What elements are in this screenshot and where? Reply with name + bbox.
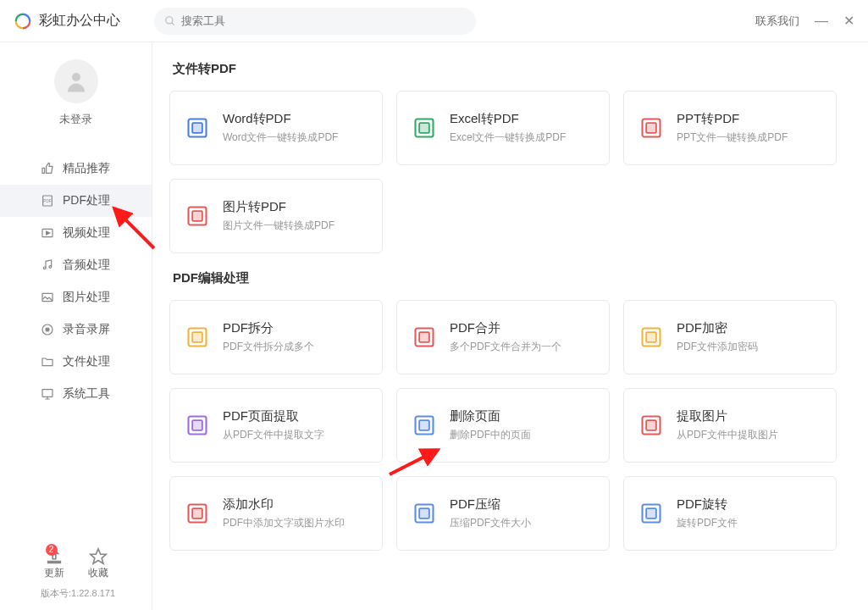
tool-desc: 删除PDF中的页面 xyxy=(450,428,531,442)
tool-desc: PPT文件一键转换成PDF xyxy=(677,130,788,145)
svg-rect-52 xyxy=(419,508,429,518)
tool-desc: 旋转PDF文件 xyxy=(677,516,738,530)
contact-link[interactable]: 联系我们 xyxy=(755,14,799,29)
sidebar-item-record[interactable]: 录音录屏 xyxy=(0,313,152,346)
favorite-button[interactable]: 收藏 xyxy=(88,547,108,580)
tool-icon xyxy=(184,500,211,527)
app-logo-icon xyxy=(14,12,32,30)
sidebar-item-system[interactable]: 系统工具 xyxy=(0,378,152,410)
login-status[interactable]: 未登录 xyxy=(59,112,92,127)
svg-rect-49 xyxy=(192,508,202,518)
svg-point-15 xyxy=(46,328,49,331)
tool-title: Word转PDF xyxy=(223,111,338,127)
close-button[interactable]: ✕ xyxy=(843,13,854,29)
sidebar-item-file[interactable]: 文件处理 xyxy=(0,346,152,378)
svg-rect-40 xyxy=(192,420,202,430)
sidebar-item-pdf[interactable]: PDFPDF处理 xyxy=(0,185,152,217)
tool-card-merge[interactable]: PDF合并多个PDF文件合并为一个 xyxy=(396,300,610,374)
svg-point-6 xyxy=(72,73,80,81)
image-icon xyxy=(41,291,54,304)
tool-icon xyxy=(638,114,665,141)
tool-card-encrypt[interactable]: PDF加密PDF文件添加密码 xyxy=(623,300,837,374)
tool-card-rotate[interactable]: PDF旋转旋转PDF文件 xyxy=(623,476,837,551)
tool-icon xyxy=(184,324,211,351)
tool-title: PDF拆分 xyxy=(223,320,314,336)
svg-rect-43 xyxy=(419,420,429,430)
tool-card-extract-page[interactable]: PDF页面提取从PDF文件中提取文字 xyxy=(169,388,383,463)
search-icon xyxy=(164,15,176,27)
tool-title: PDF压缩 xyxy=(450,496,531,513)
sidebar-item-label: PDF处理 xyxy=(63,193,110,208)
tool-title: PDF加密 xyxy=(677,320,758,336)
update-button[interactable]: 2 更新 xyxy=(44,547,64,580)
sidebar-item-label: 系统工具 xyxy=(63,386,110,402)
avatar[interactable] xyxy=(54,59,98,103)
svg-point-12 xyxy=(49,266,52,269)
tool-card-compress[interactable]: PDF压缩压缩PDF文件大小 xyxy=(396,476,610,551)
tool-card-img2pdf[interactable]: 图片转PDF图片文件一键转换成PDF xyxy=(169,179,383,253)
svg-rect-34 xyxy=(419,332,429,342)
svg-marker-17 xyxy=(90,549,105,563)
tool-icon xyxy=(184,114,211,141)
section-title: PDF编辑处理 xyxy=(173,270,851,286)
tool-card-split[interactable]: PDF拆分PDF文件拆分成多个 xyxy=(169,300,383,374)
star-icon xyxy=(89,547,108,566)
tool-card-extract-img[interactable]: 提取图片从PDF文件中提取图片 xyxy=(623,388,837,463)
svg-text:PDF: PDF xyxy=(43,199,51,203)
video-icon xyxy=(41,226,54,240)
thumb-icon xyxy=(41,162,54,175)
version-text: 版本号:1.22.8.171 xyxy=(0,587,152,600)
tool-desc: PDF中添加文字或图片水印 xyxy=(223,516,345,530)
tool-title: Excel转PDF xyxy=(450,111,566,127)
record-icon xyxy=(41,323,54,336)
search-input[interactable] xyxy=(181,14,466,27)
tool-title: 删除页面 xyxy=(450,408,531,424)
tool-icon xyxy=(638,412,665,439)
sidebar-item-recommend[interactable]: 精品推荐 xyxy=(0,152,152,185)
sidebar-item-label: 文件处理 xyxy=(63,354,110,369)
tool-title: 添加水印 xyxy=(223,496,345,513)
svg-point-11 xyxy=(43,267,46,269)
tool-card-delete-page[interactable]: 删除页面删除PDF中的页面 xyxy=(396,388,610,463)
sidebar-item-audio[interactable]: 音频处理 xyxy=(0,249,152,281)
tool-icon xyxy=(411,500,438,527)
update-badge: 2 xyxy=(46,544,58,556)
sidebar: 未登录 精品推荐PDFPDF处理视频处理音频处理图片处理录音录屏文件处理系统工具… xyxy=(0,42,152,610)
svg-rect-46 xyxy=(646,420,656,430)
tool-card-watermark[interactable]: 添加水印PDF中添加文字或图片水印 xyxy=(169,476,383,551)
tool-desc: 多个PDF文件合并为一个 xyxy=(450,340,561,354)
tool-card-word2pdf[interactable]: Word转PDFWord文件一键转换成PDF xyxy=(169,91,383,165)
tool-desc: 压缩PDF文件大小 xyxy=(450,516,531,530)
search-box[interactable] xyxy=(154,8,476,35)
svg-rect-37 xyxy=(646,332,656,342)
svg-rect-55 xyxy=(646,508,656,518)
svg-point-4 xyxy=(166,16,173,23)
tool-icon xyxy=(638,324,665,351)
svg-rect-28 xyxy=(192,211,202,221)
tool-icon xyxy=(184,412,211,439)
sidebar-item-label: 录音录屏 xyxy=(63,322,110,337)
tool-desc: 从PDF文件中提取文字 xyxy=(223,428,324,442)
svg-rect-31 xyxy=(192,332,202,342)
tool-desc: Word文件一键转换成PDF xyxy=(223,130,338,145)
tool-title: 图片转PDF xyxy=(223,199,334,215)
svg-line-5 xyxy=(172,22,174,25)
sidebar-item-video[interactable]: 视频处理 xyxy=(0,217,152,249)
minimize-button[interactable]: — xyxy=(815,14,828,29)
svg-rect-16 xyxy=(42,390,53,397)
tool-title: PDF合并 xyxy=(450,320,561,336)
tool-icon xyxy=(411,412,438,439)
tool-card-ppt2pdf[interactable]: PPT转PDFPPT文件一键转换成PDF xyxy=(623,91,837,165)
file-icon xyxy=(41,355,54,369)
tool-title: PPT转PDF xyxy=(677,111,788,127)
tool-card-excel2pdf[interactable]: Excel转PDFExcel文件一键转换成PDF xyxy=(396,91,610,165)
sidebar-item-label: 图片处理 xyxy=(63,290,110,305)
pdf-icon: PDF xyxy=(41,194,54,208)
svg-rect-13 xyxy=(42,293,53,301)
svg-marker-10 xyxy=(47,231,50,235)
tool-title: PDF页面提取 xyxy=(223,408,324,424)
tool-icon xyxy=(184,202,211,230)
svg-rect-19 xyxy=(192,123,202,133)
tool-desc: 图片文件一键转换成PDF xyxy=(223,219,334,233)
sidebar-item-image[interactable]: 图片处理 xyxy=(0,281,152,313)
